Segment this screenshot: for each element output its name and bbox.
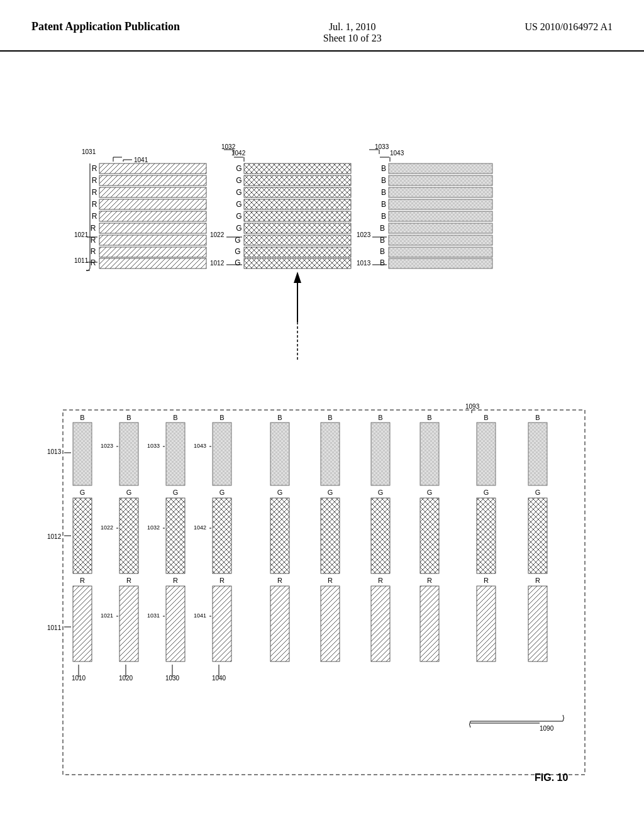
svg-rect-43 bbox=[244, 211, 351, 221]
svg-rect-21 bbox=[99, 247, 206, 257]
svg-text:G: G bbox=[236, 164, 242, 173]
svg-text:G: G bbox=[235, 247, 240, 256]
svg-rect-39 bbox=[244, 187, 351, 197]
svg-rect-35 bbox=[244, 163, 351, 174]
svg-text:1031: 1031 bbox=[147, 612, 160, 619]
svg-text:R: R bbox=[378, 577, 383, 584]
svg-text:B: B bbox=[381, 200, 386, 209]
svg-rect-185 bbox=[528, 498, 547, 573]
svg-rect-125 bbox=[166, 586, 185, 661]
svg-text:1012: 1012 bbox=[210, 260, 225, 267]
svg-rect-159 bbox=[321, 586, 340, 661]
svg-text:G: G bbox=[235, 258, 240, 267]
svg-text:G: G bbox=[535, 489, 541, 496]
svg-text:B: B bbox=[427, 414, 431, 421]
svg-text:B: B bbox=[173, 414, 177, 421]
svg-text:1041: 1041 bbox=[194, 612, 206, 619]
bottom-group-5: R G B bbox=[270, 414, 289, 661]
top-middle-arrow bbox=[294, 272, 301, 360]
svg-rect-97 bbox=[73, 586, 92, 661]
svg-text:1012: 1012 bbox=[47, 533, 62, 540]
svg-text:R: R bbox=[91, 247, 96, 256]
bottom-group-1010: R G B 1010 1011 1012 1013 bbox=[47, 414, 92, 682]
svg-text:R: R bbox=[91, 258, 96, 267]
svg-text:R: R bbox=[126, 577, 131, 584]
svg-rect-115 bbox=[119, 423, 138, 485]
svg-text:G: G bbox=[484, 489, 489, 496]
svg-text:1093: 1093 bbox=[465, 403, 480, 410]
bottom-group-1040: R G B 1040 1041 1042 1043 bbox=[194, 414, 231, 682]
top-left-R-group: R R R R R R R R bbox=[74, 148, 206, 271]
svg-text:B: B bbox=[381, 176, 386, 185]
svg-text:1032: 1032 bbox=[147, 524, 160, 531]
bottom-group-7: R G B bbox=[371, 414, 390, 661]
svg-rect-175 bbox=[420, 423, 439, 485]
svg-rect-167 bbox=[371, 498, 390, 573]
svg-rect-111 bbox=[119, 586, 138, 661]
svg-rect-101 bbox=[73, 423, 92, 485]
svg-rect-17 bbox=[99, 223, 206, 233]
svg-text:G: G bbox=[328, 489, 333, 496]
svg-rect-49 bbox=[244, 247, 351, 257]
svg-rect-76 bbox=[389, 223, 492, 233]
svg-rect-78 bbox=[389, 235, 492, 245]
svg-rect-183 bbox=[528, 586, 547, 661]
svg-rect-173 bbox=[420, 498, 439, 573]
svg-rect-72 bbox=[389, 199, 492, 209]
svg-rect-80 bbox=[389, 247, 492, 257]
svg-text:B: B bbox=[484, 414, 488, 421]
patent-diagram: R R R R R R R R bbox=[0, 52, 644, 812]
svg-rect-74 bbox=[389, 211, 492, 221]
svg-text:1022: 1022 bbox=[101, 524, 113, 531]
svg-rect-129 bbox=[166, 423, 185, 485]
svg-text:R: R bbox=[277, 577, 282, 584]
bottom-group-8: R G B bbox=[420, 414, 439, 661]
svg-rect-15 bbox=[99, 211, 206, 221]
svg-text:B: B bbox=[378, 414, 382, 421]
svg-rect-127 bbox=[166, 498, 185, 573]
top-right-B-group: B B B B B B B B B 1043 bbox=[357, 143, 492, 268]
svg-text:R: R bbox=[92, 176, 97, 185]
svg-text:B: B bbox=[219, 414, 224, 421]
main-content: R R R R R R R R bbox=[0, 52, 644, 812]
svg-text:R: R bbox=[173, 577, 178, 584]
svg-text:1042: 1042 bbox=[231, 150, 246, 157]
svg-text:B: B bbox=[328, 414, 332, 421]
svg-rect-141 bbox=[213, 498, 231, 573]
svg-text:1090: 1090 bbox=[540, 725, 554, 732]
svg-text:1042: 1042 bbox=[194, 524, 206, 531]
svg-rect-99 bbox=[73, 498, 92, 573]
svg-rect-153 bbox=[270, 586, 289, 661]
svg-rect-66 bbox=[389, 163, 492, 174]
svg-text:1031: 1031 bbox=[82, 148, 96, 155]
svg-rect-165 bbox=[371, 586, 390, 661]
patent-number: US 2010/0164972 A1 bbox=[525, 19, 613, 33]
svg-marker-64 bbox=[294, 272, 301, 283]
svg-text:1023: 1023 bbox=[357, 231, 371, 238]
svg-rect-70 bbox=[389, 187, 492, 197]
top-middle-G-group: G G G G G G G G G 1042 bbox=[210, 143, 351, 268]
svg-rect-9 bbox=[99, 175, 206, 185]
page-header: Patent Application Publication Jul. 1, 2… bbox=[0, 0, 644, 52]
svg-text:R: R bbox=[80, 577, 85, 584]
svg-text:1013: 1013 bbox=[357, 260, 371, 267]
svg-rect-82 bbox=[389, 258, 492, 268]
svg-text:B: B bbox=[80, 414, 84, 421]
svg-text:B: B bbox=[535, 414, 540, 421]
bottom-group-1030: R G B 1030 1031 1032 1033 bbox=[147, 414, 185, 682]
svg-text:1043: 1043 bbox=[390, 150, 404, 157]
svg-rect-155 bbox=[270, 498, 289, 573]
svg-text:B: B bbox=[277, 414, 282, 421]
svg-text:R: R bbox=[535, 577, 540, 584]
svg-text:1043: 1043 bbox=[194, 443, 206, 449]
svg-text:1023: 1023 bbox=[101, 443, 113, 449]
svg-text:1021: 1021 bbox=[101, 612, 113, 619]
svg-text:G: G bbox=[236, 212, 242, 221]
svg-text:R: R bbox=[484, 577, 489, 584]
svg-rect-23 bbox=[99, 258, 206, 268]
svg-text:B: B bbox=[380, 224, 385, 233]
svg-rect-161 bbox=[321, 498, 340, 573]
svg-rect-11 bbox=[99, 187, 206, 197]
svg-text:R: R bbox=[92, 212, 97, 221]
svg-rect-68 bbox=[389, 175, 492, 185]
